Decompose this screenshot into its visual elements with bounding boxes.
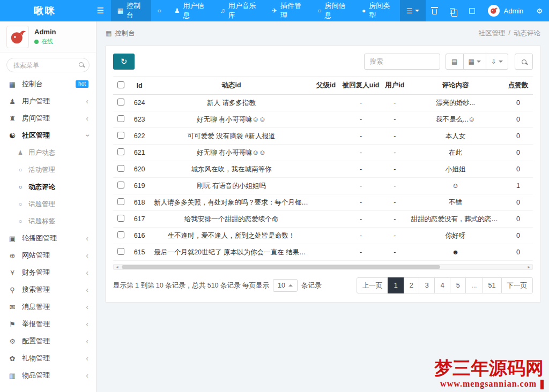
sidebar-item[interactable]: ☯社区管理‹ (0, 127, 96, 144)
pagination: 上一页12345...51下一页 (357, 277, 533, 293)
sidebar-item[interactable]: ▣轮播图管理‹ (0, 230, 96, 247)
sidebar-item[interactable]: ✉消息管理‹ (0, 298, 96, 315)
row-checkbox[interactable] (117, 99, 124, 105)
scroll-left-icon[interactable]: ◂ (114, 265, 121, 269)
menu-search (6, 58, 90, 72)
column-header[interactable]: 点赞数 (503, 77, 533, 95)
row-checkbox[interactable] (117, 198, 124, 205)
row-checkbox[interactable] (117, 248, 124, 255)
topnav-item[interactable]: ○ (151, 0, 168, 21)
caret-down-icon (499, 61, 503, 63)
topnav-item[interactable]: ♫用户音乐库 (214, 0, 265, 21)
row-checkbox[interactable] (117, 231, 124, 238)
topnav-item[interactable]: ●房间类型 (355, 0, 400, 21)
sidebar-item[interactable]: ⊕网站管理‹ (0, 247, 96, 264)
table-cell: 可可爱爱 没有脑袋 #新人报道 (151, 128, 312, 145)
row-checkbox[interactable] (117, 182, 124, 189)
sidebar-item[interactable]: ✿礼物管理‹ (0, 350, 96, 367)
avatar (488, 5, 500, 17)
circle-icon: ○ (17, 184, 24, 190)
sidebar-item[interactable]: ▥物品管理‹ (0, 367, 96, 384)
avatar[interactable] (6, 26, 29, 48)
sidebar-item[interactable]: ⚙配置管理‹ (0, 333, 96, 350)
topnav-item-label: 房间信息 (324, 1, 349, 20)
page-button[interactable]: 5 (450, 277, 466, 293)
column-header[interactable]: 用户id (382, 77, 407, 95)
table-cell: 好无聊 有小哥哥嘛☺☺ (151, 111, 312, 128)
circle-icon: ○ (17, 218, 24, 224)
sidebar-item-label: 举报管理 (22, 319, 86, 329)
sidebar-subitem[interactable]: ○活动管理 (0, 161, 96, 178)
common-search-button[interactable]: ▤ (446, 54, 464, 70)
sidebar-subitem[interactable]: ○动态评论 (0, 178, 96, 195)
scrollbar-thumb[interactable] (122, 265, 440, 269)
column-header[interactable]: Id (128, 77, 151, 95)
select-all-checkbox[interactable] (117, 81, 124, 88)
table-search-input[interactable] (364, 54, 440, 70)
page-size-select[interactable]: 10 (273, 279, 298, 292)
copy-tabs-button[interactable] (443, 0, 463, 21)
sidebar-item-label: 礼物管理 (22, 353, 86, 363)
column-header[interactable]: 父级id (312, 77, 340, 95)
row-checkbox[interactable] (117, 115, 124, 122)
sidebar-subitem[interactable]: ○话题管理 (0, 195, 96, 213)
row-checkbox[interactable] (117, 165, 124, 172)
sidebar-item[interactable]: ⚑举报管理‹ (0, 315, 96, 333)
dashboard-icon: ▦ (117, 7, 123, 14)
page-button[interactable]: 3 (419, 277, 435, 293)
next-page-button[interactable]: 下一页 (501, 277, 533, 293)
column-header[interactable]: 动态id (151, 77, 312, 95)
watermark-url: www.mengsannian.com (440, 379, 537, 389)
settings-button[interactable]: ⚙ (530, 0, 549, 21)
page-button[interactable]: 51 (483, 277, 502, 293)
columns-dropdown-button[interactable]: ▦ (463, 54, 486, 70)
hot-badge: hot (76, 80, 88, 88)
row-select-cell (113, 244, 128, 261)
row-checkbox[interactable] (117, 148, 124, 155)
table-cell: - (382, 95, 407, 111)
prev-page-button[interactable]: 上一页 (357, 277, 389, 293)
sidebar-item[interactable]: ¥财务管理‹ (0, 264, 96, 281)
page-button[interactable]: 1 (388, 277, 404, 293)
topnav-item[interactable]: ○房间信息 (311, 0, 355, 21)
table-row: 623好无聊 有小哥哥嘛☺☺--我不是么...☺0 (113, 111, 533, 128)
scroll-right-icon[interactable]: ▸ (525, 265, 532, 269)
refresh-button[interactable]: ↻ (113, 54, 135, 70)
topnav-item[interactable]: ♟用户信息 (168, 0, 214, 21)
horizontal-scrollbar[interactable]: ◂ ▸ (113, 264, 533, 270)
column-header[interactable]: 被回复人uid (340, 77, 382, 95)
row-checkbox[interactable] (117, 132, 124, 139)
export-dropdown-button[interactable]: ⇩ (486, 54, 508, 70)
topnav-item[interactable]: ✈插件管理 (265, 0, 311, 21)
menu-list-dropdown-button[interactable]: ☰ (400, 0, 426, 21)
sidebar-item[interactable]: ⚲搜索管理‹ (0, 281, 96, 298)
breadcrumb-dashboard-link[interactable]: ▦ 控制台 (106, 29, 135, 38)
sidebar-item[interactable]: ♜房间管理‹ (0, 110, 96, 127)
sidebar-item[interactable]: ♟用户管理‹ (0, 93, 96, 110)
admin-menu[interactable]: Admin (481, 0, 530, 21)
watermark-seal (540, 380, 544, 389)
sidebar-toggle-button[interactable]: ☰ (90, 0, 111, 21)
table-row: 617给我安排一个甜甜的恋爱续个命--甜甜的恋爱没有，葬式的恋爱，你要吗？0 (113, 211, 533, 228)
table-row: 620城东风在吹，我在城南等你--小姐姐0 (113, 161, 533, 178)
search-toggle-button[interactable] (515, 54, 533, 70)
menu-search-input[interactable] (6, 58, 90, 72)
row-checkbox[interactable] (117, 215, 124, 222)
page-button[interactable]: 2 (403, 277, 419, 293)
page-button[interactable]: 4 (434, 277, 450, 293)
row-select-cell (113, 194, 128, 211)
circle-icon: ○ (17, 167, 24, 173)
topnav-item[interactable]: ▦控制台 (111, 0, 151, 21)
table-cell: 619 (128, 178, 151, 194)
table-toolbar: ↻ ▤ ▦ ⇩ (113, 54, 533, 70)
brand-logo[interactable]: 啾咪 (0, 0, 90, 21)
clear-cache-button[interactable] (426, 0, 443, 21)
column-header[interactable]: 评论内容 (407, 77, 503, 95)
caret-up-icon (288, 284, 293, 287)
report-icon: ⚑ (8, 320, 17, 328)
sidebar-subitem[interactable]: ♟用户动态 (0, 144, 96, 161)
sidebar-subitem[interactable]: ○话题标签 (0, 213, 96, 230)
table-row: 624新人 请多多指教--漂亮的婚纱...0 (113, 95, 533, 111)
sidebar-item[interactable]: ▦控制台hot (0, 76, 96, 93)
fullscreen-button[interactable] (463, 0, 481, 21)
